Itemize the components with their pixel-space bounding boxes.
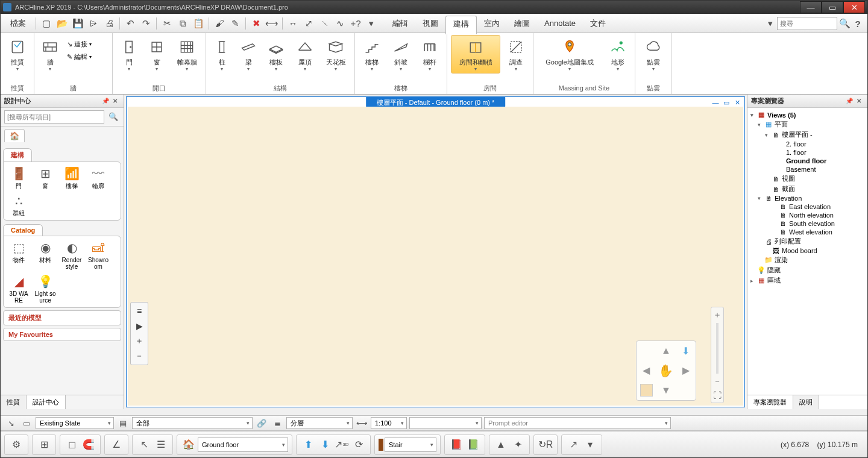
cut-icon[interactable]: ✂ [159,16,175,31]
minus-icon[interactable]: － [133,350,146,363]
delete-icon[interactable]: ✖ [248,16,264,31]
navigator-widget[interactable]: ▲⬇ ◀✋▶ ▼ [636,340,696,401]
dc-door[interactable]: 🚪門 [7,166,30,189]
search-icon[interactable]: 🔍 [838,16,851,31]
link-icon[interactable]: 🔗 [255,417,268,429]
dc-recent[interactable]: 最近的模型 [3,310,121,325]
nav-up-icon[interactable]: ▲ [656,341,676,361]
door-button[interactable]: 門▾ [116,35,142,74]
redo-icon[interactable]: ↷ [138,16,154,31]
railing-button[interactable]: 欄杆▾ [417,35,443,74]
area-node[interactable]: 區域 [767,276,781,285]
cursor-icon[interactable]: ↖ [136,437,152,453]
paste-icon[interactable]: 📋 [190,16,206,31]
measure-icon[interactable]: ⟷ [264,16,280,31]
menu-annotate[interactable]: Annotate [537,16,583,30]
menu-draw[interactable]: 繪圖 [507,16,537,31]
close-pane-icon[interactable]: ✕ [110,96,120,106]
book2-icon[interactable]: 📗 [465,437,481,453]
elev-s[interactable]: South elevation [789,220,835,227]
dc-light[interactable]: 💡Light source [34,274,57,304]
dim4-icon[interactable]: ∿ [332,16,348,31]
help-icon[interactable]: ? [852,16,864,31]
scale-combo[interactable]: 1:100 [371,417,407,429]
dc-showroom[interactable]: 🛋Showroom [87,240,110,270]
menu-build[interactable]: 建構 [445,16,477,34]
hidden-node[interactable]: 隱藏 [767,266,781,275]
tab-project-browser[interactable]: 專案瀏覽器 [747,395,793,409]
style-combo[interactable] [409,417,482,429]
wall-button[interactable]: 牆 ▾ [38,35,62,74]
magnet-icon[interactable]: 🧲 [81,437,96,453]
dc-3dware[interactable]: ◢3D WARE [7,274,30,304]
pan-icon[interactable]: ✋ [656,361,676,381]
canvas-close-icon[interactable]: ✕ [732,98,742,107]
nav-left-icon[interactable]: ◀ [637,361,656,381]
play-icon[interactable]: ▶ [133,319,146,333]
floor-bm[interactable]: Basement [786,166,816,173]
pin-icon[interactable]: 📌 [844,96,854,106]
dc-profile[interactable]: 〰輪廓 [87,166,110,189]
floorplan-node[interactable]: 平面 [775,120,788,129]
render-node[interactable]: 渲染 [775,256,788,265]
menu-file[interactable]: 檔案 [3,16,33,31]
dc-render[interactable]: ◐Render style [60,240,83,270]
menu-view[interactable]: 視圖 [415,16,445,31]
roof-button[interactable]: 屋頂▾ [292,35,318,74]
properties-button[interactable]: 性質 ▾ [4,35,30,74]
dc-stair[interactable]: 📶樓梯 [60,166,83,189]
curtain-button[interactable]: 帷幕牆▾ [172,35,202,74]
scale-icon[interactable]: ⟷ [355,417,368,429]
survey-button[interactable]: 調查▾ [503,35,529,74]
canvas-max-icon[interactable]: ▭ [722,98,731,107]
project-tree[interactable]: ▾▦Views (5) ▾▦平面 ▾🗎樓層平面 - 2. floor 1. fl… [747,108,867,395]
dc-fav[interactable]: My Favourites [3,328,121,341]
path-icon[interactable]: ↗ [565,437,581,453]
ceiling-button[interactable]: 天花板▾ [321,35,351,74]
floor-gf[interactable]: Ground floor [786,157,826,165]
open-icon[interactable]: 📂 [54,16,70,31]
book1-icon[interactable]: 📕 [448,437,464,453]
dim5-icon[interactable]: +? [348,16,363,31]
zoom-slider[interactable]: ＋ － ⛶ [711,307,724,403]
saveall-icon[interactable]: ⩥ [86,16,101,31]
compass-icon[interactable]: ▲ [493,437,509,453]
tab-properties[interactable]: 性質 [1,395,27,409]
room-area-button[interactable]: 房間和麵積▾ [451,35,500,74]
layergroup-combo[interactable]: 全部 [132,417,253,429]
zoom-out-icon[interactable]: － [713,376,722,387]
tab-designcenter[interactable]: 設計中心 [27,395,66,409]
search-icon[interactable]: 🔍 [107,110,120,122]
grid-icon[interactable]: ⊞ [36,437,52,453]
minimize-button[interactable]: — [800,1,822,13]
layerstate-combo[interactable]: Existing State [36,417,114,429]
maximize-button[interactable]: ▭ [822,1,843,13]
dc-search-input[interactable] [4,110,104,124]
layers-icon[interactable]: ▤ [116,417,130,429]
elevation-node[interactable]: Elevation [775,195,802,202]
prompt-input[interactable]: Prompt editor [484,417,671,429]
snap-object-icon[interactable]: ◻ [64,437,80,453]
dc-object[interactable]: ⬚物件 [7,240,30,270]
connect-button[interactable]: ↘連接 ▾ [64,39,94,50]
angle-icon[interactable]: ∠ [108,437,124,453]
slab-button[interactable]: 樓板▾ [263,35,289,74]
beam-button[interactable]: 梁▾ [236,35,260,74]
menu-document[interactable]: 文件 [583,16,613,31]
terrain-button[interactable]: 地形▾ [605,35,631,74]
views-node[interactable]: Views (5) [767,111,796,119]
dc-material[interactable]: ◉材料 [34,240,57,270]
dc-group[interactable]: ⛬群組 [7,193,30,216]
view3d-icon[interactable]: ↗3D [334,437,350,453]
gear-icon[interactable]: ⚙ [8,437,24,453]
pointcloud-button[interactable]: 點雲▾ [639,35,668,74]
dropdown2-icon[interactable]: ▾ [582,437,598,453]
sun-icon[interactable]: ✦ [510,437,526,453]
dropdown-icon[interactable]: ▾ [363,16,379,31]
rotate-r-icon[interactable]: ↻R [538,437,553,453]
brush-icon[interactable]: 🖌 [212,16,227,31]
section-node[interactable]: 截面 [782,184,795,193]
save-icon[interactable]: 💾 [70,16,86,31]
chevron-down-icon[interactable]: ▾ [765,16,776,31]
print-icon[interactable]: 🖨 [101,16,117,31]
